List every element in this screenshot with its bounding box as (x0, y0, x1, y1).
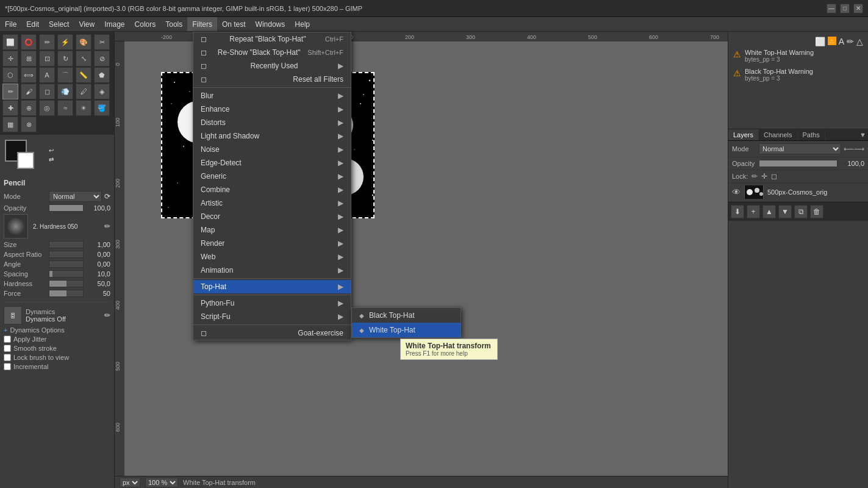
submenu-black-tophat[interactable]: ◆ Black Top-Hat (352, 308, 461, 323)
layers-merge-btn[interactable]: ⬇ (731, 205, 744, 218)
tool-scissors[interactable]: ✂ (94, 34, 110, 50)
menu-image[interactable]: Image (99, 17, 129, 31)
layers-delete-btn[interactable]: 🗑 (810, 205, 823, 218)
layers-mode-select[interactable]: Normal (759, 143, 841, 154)
tool-rotate[interactable]: ↻ (57, 51, 73, 66)
menu-script-fu[interactable]: Script-Fu ▶ (193, 310, 351, 323)
right-top-btn3[interactable]: A (839, 37, 844, 46)
unit-select[interactable]: px (120, 478, 140, 487)
tool-bucket[interactable]: 🪣 (94, 100, 110, 116)
spacing-slider[interactable] (49, 270, 84, 278)
tool-perspective[interactable]: ⬡ (2, 67, 18, 83)
tab-channels[interactable]: Channels (759, 129, 797, 140)
tool-cage[interactable]: ⬟ (94, 67, 110, 83)
lock-alpha-btn[interactable]: ◻ (771, 172, 777, 181)
background-color[interactable] (17, 152, 34, 169)
menu-map[interactable]: Map ▶ (193, 223, 351, 237)
tool-heal[interactable]: ✚ (2, 100, 18, 116)
menu-python-fu[interactable]: Python-Fu ▶ (193, 296, 351, 310)
tool-ink[interactable]: 🖊 (76, 84, 91, 99)
menu-artistic[interactable]: Artistic ▶ (193, 196, 351, 210)
tool-paintbrush[interactable]: 🖌 (21, 84, 37, 99)
layers-tab-menu[interactable]: ▼ (858, 129, 868, 140)
menu-colors[interactable]: Colors (130, 17, 161, 31)
tool-select-color[interactable]: 🎨 (76, 34, 91, 50)
menu-noise[interactable]: Noise ▶ (193, 143, 351, 156)
tool-move[interactable]: ✛ (2, 51, 18, 66)
zoom-select[interactable]: 100 % (145, 478, 178, 487)
tool-pencil[interactable]: ✏ (2, 84, 18, 99)
brush-preview[interactable] (4, 214, 28, 239)
incremental-checkbox[interactable] (4, 363, 11, 370)
minimize-button[interactable]: — (827, 4, 836, 13)
menu-reshow[interactable]: ◻ Re-Show "Black Top-Hat" Shift+Ctrl+F (193, 46, 351, 59)
swap-colors[interactable]: ⇄ (49, 156, 54, 163)
tool-measure[interactable]: 📏 (76, 67, 91, 83)
menu-animation[interactable]: Animation ▶ (193, 264, 351, 277)
tool-rect-select[interactable]: ⬜ (2, 34, 18, 50)
tool-fuzzy-select[interactable]: ⚡ (57, 34, 73, 50)
menu-tools[interactable]: Tools (160, 17, 187, 31)
submenu-white-tophat[interactable]: ◆ White Top-Hat (352, 323, 461, 337)
tool-blend[interactable]: ▦ (2, 117, 18, 132)
layers-mode-arrows[interactable]: ⟵⟶ (844, 145, 864, 153)
menu-combine[interactable]: Combine ▶ (193, 183, 351, 196)
layers-add-btn[interactable]: + (747, 205, 760, 218)
menu-web[interactable]: Web ▶ (193, 250, 351, 264)
right-top-btn2[interactable]: ⚠ (828, 37, 836, 45)
right-top-btn1[interactable]: ⬜ (815, 37, 825, 46)
menu-generic[interactable]: Generic ▶ (193, 170, 351, 183)
layer-item[interactable]: 👁 500px-Cosmos_orig (728, 183, 868, 202)
aspect-slider[interactable] (49, 251, 84, 258)
layers-raise-btn[interactable]: ▲ (762, 205, 776, 218)
layers-lower-btn[interactable]: ▼ (778, 205, 792, 218)
menu-edge-detect[interactable]: Edge-Detect ▶ (193, 156, 351, 170)
menu-decor[interactable]: Decor ▶ (193, 210, 351, 223)
tab-layers[interactable]: Layers (728, 129, 759, 140)
menu-view[interactable]: View (74, 17, 99, 31)
tool-paths[interactable]: ⌒ (57, 67, 73, 83)
layers-opacity-slider[interactable] (759, 160, 838, 167)
menu-filters[interactable]: Filters (187, 17, 217, 31)
brush-edit-btn[interactable]: ✏ (104, 222, 110, 231)
mode-select[interactable]: Normal (49, 191, 102, 202)
dynamics-edit-btn[interactable]: ✏ (104, 311, 110, 320)
menu-distorts[interactable]: Distorts ▶ (193, 116, 351, 129)
lock-brush-checkbox[interactable] (4, 354, 11, 361)
menu-enhance[interactable]: Enhance ▶ (193, 102, 351, 116)
layer-visibility-icon[interactable]: 👁 (732, 187, 741, 197)
right-top-btn5[interactable]: △ (856, 37, 863, 46)
menu-render[interactable]: Render ▶ (193, 237, 351, 250)
tool-clone[interactable]: ⊗ (21, 117, 37, 132)
tool-free-select[interactable]: ✏ (39, 34, 55, 50)
close-button[interactable]: ✕ (853, 4, 863, 13)
tool-blur-sharpen[interactable]: ◎ (39, 100, 55, 116)
opacity-slider[interactable] (49, 204, 84, 212)
tab-paths[interactable]: Paths (798, 129, 825, 140)
mode-extra-btn[interactable]: ⟳ (104, 192, 110, 201)
tool-smudge[interactable]: ≈ (57, 100, 73, 116)
menu-reset-filters[interactable]: ◻ Reset all Filters (193, 73, 351, 86)
lock-pixel-btn[interactable]: ✏ (751, 172, 758, 181)
tool-shear[interactable]: ⊘ (94, 51, 110, 66)
menu-help[interactable]: Help (290, 17, 315, 31)
tool-text[interactable]: A (39, 67, 55, 83)
reset-colors[interactable]: ↩ (49, 147, 54, 154)
menu-select[interactable]: Select (44, 17, 74, 31)
size-slider[interactable] (49, 241, 84, 248)
menu-edit[interactable]: Edit (21, 17, 44, 31)
tool-flip[interactable]: ⟺ (21, 67, 37, 83)
right-top-btn4[interactable]: ✏ (847, 37, 854, 46)
apply-jitter-checkbox[interactable] (4, 336, 11, 343)
hardness-slider[interactable] (49, 280, 84, 287)
maximize-button[interactable]: □ (840, 4, 850, 13)
lock-pos-btn[interactable]: ✛ (761, 172, 767, 181)
menu-tophat[interactable]: Top-Hat ▶ (193, 280, 351, 293)
tool-eraser[interactable]: ◻ (39, 84, 55, 99)
tool-mypaint[interactable]: ◈ (94, 84, 110, 99)
tool-ellipse-select[interactable]: ⭕ (21, 34, 37, 50)
menu-repeat[interactable]: ◻ Repeat "Black Top-Hat" Ctrl+F (193, 32, 351, 46)
tool-perspective-clone[interactable]: ⊕ (21, 100, 37, 116)
layers-duplicate-btn[interactable]: ⧉ (794, 205, 808, 218)
menu-windows[interactable]: Windows (251, 17, 290, 31)
